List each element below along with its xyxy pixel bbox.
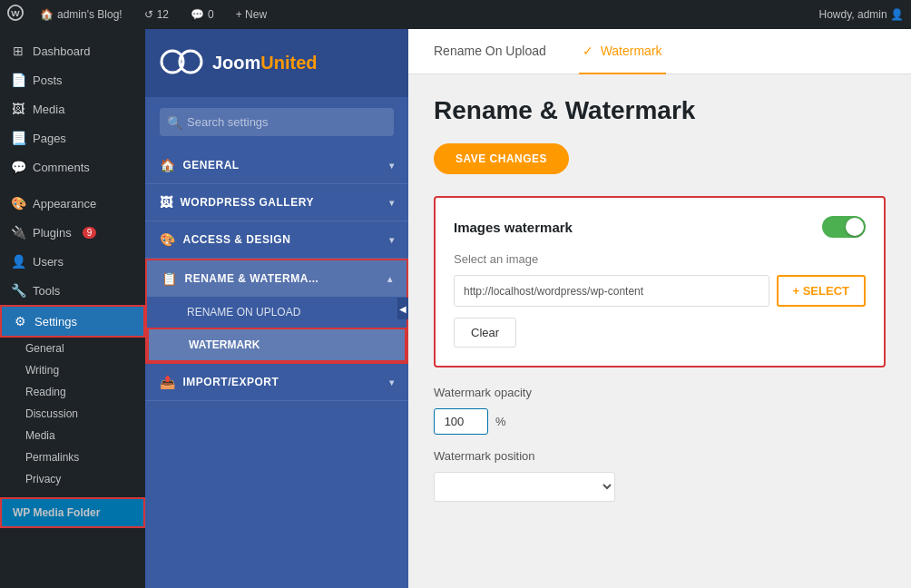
sidebar-sub-discussion[interactable]: Discussion — [0, 403, 145, 425]
sidebar-sub-permalinks[interactable]: Permalinks — [0, 446, 145, 468]
opacity-input[interactable] — [434, 408, 488, 435]
pages-icon: 📃 — [11, 131, 25, 145]
svg-text:W: W — [11, 7, 20, 17]
howdy-text: Howdy, admin 👤 — [819, 8, 904, 21]
sidebar-sub-writing[interactable]: Writing — [0, 359, 145, 381]
access-icon: 🎨 — [160, 232, 176, 247]
sidebar-item-users[interactable]: 👤 Users — [0, 247, 145, 276]
site-name-icon: 🏠 — [40, 8, 54, 21]
opacity-label: Watermark opacity — [434, 386, 886, 399]
appearance-icon: 🎨 — [11, 196, 25, 211]
chevron-down-icon-import: ▾ — [389, 377, 395, 387]
updates-icon: ↺ — [144, 8, 153, 21]
sidebar-item-posts[interactable]: 📄 Posts — [0, 65, 145, 94]
chevron-down-icon-access: ▾ — [389, 235, 395, 245]
plugin-logo-area: JoomUnited — [145, 29, 408, 97]
chevron-down-icon: ▾ — [389, 161, 395, 171]
comments-icon: 💬 — [191, 8, 204, 21]
plugin-nav-wp-gallery: 🖼 WORDPRESS GALLERY ▾ — [145, 184, 408, 221]
percent-label: % — [495, 415, 506, 428]
comments-icon: 💬 — [11, 160, 25, 174]
position-label: Watermark position — [434, 449, 886, 463]
gallery-icon: 🖼 — [160, 195, 173, 210]
plugin-nav-access-design: 🎨 ACCESS & DESIGN ▾ — [145, 221, 408, 259]
images-watermark-toggle[interactable] — [822, 216, 866, 238]
sidebar-item-wp-media-folder[interactable]: WP Media Folder — [0, 497, 145, 528]
plugin-logo-icon — [160, 47, 203, 79]
watermark-card: Images watermark Select an image + SELEC… — [434, 196, 886, 368]
plugin-sub-rename-on-upload[interactable]: RENAME ON UPLOAD — [147, 297, 407, 328]
posts-icon: 📄 — [11, 73, 25, 87]
position-select[interactable] — [434, 472, 615, 502]
home-icon: 🏠 — [160, 158, 176, 172]
plugin-nav-rename-watermark: 📋 RENAME & WATERMA... ▴ RENAME ON UPLOAD… — [145, 259, 408, 364]
main-layout: ⊞ Dashboard 📄 Posts 🖼 Media 📃 Pages 💬 Co… — [0, 29, 911, 588]
check-icon: ✓ — [583, 44, 593, 58]
sidebar-resize-handle[interactable]: ◀ — [397, 298, 408, 319]
plugin-sidebar: JoomUnited 🔍 🏠 GENERAL ▾ 🖼 WORDPRESS G — [145, 29, 408, 588]
plugin-search-area: 🔍 — [145, 97, 408, 147]
sidebar-item-media[interactable]: 🖼 Media — [0, 94, 145, 123]
opacity-row: % — [434, 408, 886, 435]
plugin-nav-access-design-header[interactable]: 🎨 ACCESS & DESIGN ▾ — [145, 221, 408, 258]
plugin-sub-watermark[interactable]: WATERMARK — [147, 328, 407, 362]
select-image-label: Select an image — [454, 252, 866, 266]
dashboard-icon: ⊞ — [11, 44, 25, 58]
sidebar-item-pages[interactable]: 📃 Pages — [0, 123, 145, 152]
comments-link[interactable]: 💬 0 — [185, 0, 220, 29]
select-image-button[interactable]: + SELECT — [777, 275, 867, 307]
sidebar-item-appearance[interactable]: 🎨 Appearance — [0, 189, 145, 218]
plugin-logo-text: JoomUnited — [212, 53, 318, 74]
content-body: Rename & Watermark SAVE CHANGES Images w… — [408, 74, 911, 588]
watermark-card-header: Images watermark — [454, 216, 866, 238]
sidebar-sub-media[interactable]: Media — [0, 425, 145, 446]
image-input-row: + SELECT — [454, 275, 866, 307]
sidebar-item-plugins[interactable]: 🔌 Plugins 9 — [0, 218, 145, 247]
toggle-knob — [846, 218, 864, 236]
plugin-nav-import-export: 📤 IMPORT/EXPORT ▾ — [145, 364, 408, 401]
image-url-input[interactable] — [454, 275, 769, 307]
plugin-nav-general-header[interactable]: 🏠 GENERAL ▾ — [145, 147, 408, 183]
settings-icon: ⚙ — [13, 314, 27, 328]
import-export-icon: 📤 — [160, 375, 176, 389]
search-input[interactable] — [160, 108, 394, 136]
chevron-down-icon-gallery: ▾ — [389, 198, 395, 208]
new-content-link[interactable]: + New — [230, 0, 272, 29]
wp-sidebar: ⊞ Dashboard 📄 Posts 🖼 Media 📃 Pages 💬 Co… — [0, 29, 145, 588]
tools-icon: 🔧 — [11, 283, 25, 298]
plugin-nav-wp-gallery-header[interactable]: 🖼 WORDPRESS GALLERY ▾ — [145, 184, 408, 220]
tab-rename-on-upload[interactable]: Rename On Upload — [430, 29, 550, 74]
sidebar-sub-general[interactable]: General — [0, 338, 145, 359]
chevron-up-icon: ▴ — [387, 274, 393, 284]
users-icon: 👤 — [11, 254, 25, 269]
wp-logo[interactable]: W — [7, 5, 24, 25]
plugins-icon: 🔌 — [11, 225, 25, 240]
site-name[interactable]: 🏠 admin's Blog! — [34, 0, 128, 29]
sidebar-item-tools[interactable]: 🔧 Tools — [0, 276, 145, 305]
clear-button[interactable]: Clear — [454, 318, 516, 348]
rename-icon: 📋 — [162, 271, 178, 286]
plugins-badge: 9 — [83, 227, 97, 239]
search-icon: 🔍 — [167, 115, 182, 130]
updates-link[interactable]: ↺ 12 — [139, 0, 174, 29]
plugin-nav-general: 🏠 GENERAL ▾ — [145, 147, 408, 184]
watermark-title: Images watermark — [454, 220, 573, 235]
sidebar-sub-privacy[interactable]: Privacy — [0, 468, 145, 490]
save-changes-button[interactable]: SAVE CHANGES — [434, 143, 569, 174]
page-title: Rename & Watermark — [434, 96, 886, 125]
sidebar-item-settings[interactable]: ⚙ Settings — [0, 305, 145, 338]
content-area: Rename On Upload ✓ Watermark Rename & Wa… — [408, 29, 911, 588]
sidebar-sub-reading[interactable]: Reading — [0, 381, 145, 403]
sidebar-item-dashboard[interactable]: ⊞ Dashboard — [0, 36, 145, 65]
tab-watermark[interactable]: ✓ Watermark — [579, 29, 666, 74]
sidebar-item-comments[interactable]: 💬 Comments — [0, 152, 145, 181]
content-tabs: Rename On Upload ✓ Watermark — [408, 29, 911, 74]
plugin-nav-rename-watermark-header[interactable]: 📋 RENAME & WATERMA... ▴ — [147, 260, 407, 297]
media-icon: 🖼 — [11, 102, 25, 116]
admin-bar: W 🏠 admin's Blog! ↺ 12 💬 0 + New Howdy, … — [0, 0, 911, 29]
plugin-nav-import-export-header[interactable]: 📤 IMPORT/EXPORT ▾ — [145, 364, 408, 400]
